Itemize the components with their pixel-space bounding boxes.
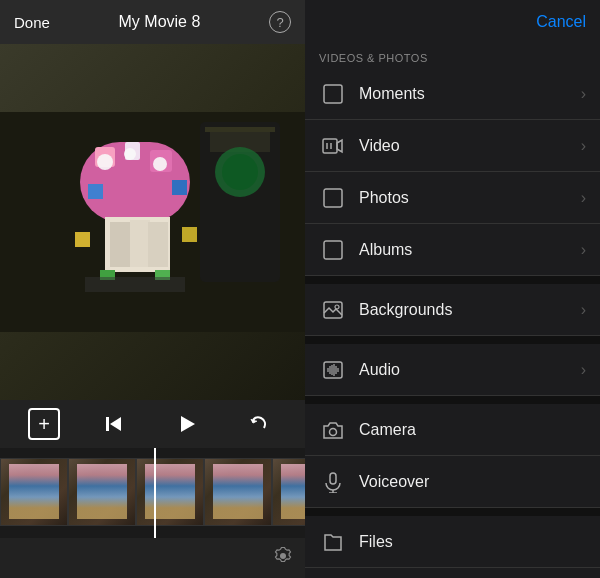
svg-rect-16 — [148, 222, 168, 267]
svg-rect-23 — [85, 277, 185, 292]
svg-point-34 — [335, 305, 339, 309]
svg-rect-31 — [324, 189, 342, 207]
film-frame-3 — [136, 458, 204, 526]
undo-button[interactable] — [241, 406, 277, 442]
photos-label: Photos — [359, 189, 581, 207]
svg-rect-22 — [182, 227, 197, 242]
svg-rect-21 — [75, 232, 90, 247]
video-chevron: › — [581, 137, 586, 155]
film-frame-5 — [272, 458, 305, 526]
voiceover-icon — [319, 468, 347, 496]
svg-rect-18 — [172, 180, 187, 195]
film-frame-2 — [68, 458, 136, 526]
bottom-bar — [0, 538, 305, 578]
albums-chevron: › — [581, 241, 586, 259]
backgrounds-chevron: › — [581, 301, 586, 319]
menu-item-audio[interactable]: Audio › — [305, 344, 600, 396]
moments-chevron: › — [581, 85, 586, 103]
divider-4 — [305, 508, 600, 516]
svg-rect-37 — [330, 473, 336, 484]
svg-marker-25 — [110, 417, 121, 431]
svg-rect-27 — [324, 85, 342, 103]
svg-point-10 — [97, 154, 113, 170]
menu-item-moments[interactable]: Moments › — [305, 68, 600, 120]
video-label: Video — [359, 137, 581, 155]
svg-rect-14 — [110, 222, 130, 267]
menu-item-photos[interactable]: Photos › — [305, 172, 600, 224]
divider-2 — [305, 336, 600, 344]
menu-item-backgrounds[interactable]: Backgrounds › — [305, 284, 600, 336]
svg-point-5 — [222, 154, 258, 190]
svg-rect-3 — [205, 127, 275, 132]
menu-item-files[interactable]: Files › — [305, 516, 600, 568]
film-frame-4 — [204, 458, 272, 526]
section-label-videos-photos: VIDEOS & PHOTOS — [305, 44, 600, 68]
svg-point-12 — [153, 157, 167, 171]
done-button[interactable]: Done — [14, 14, 50, 31]
moments-label: Moments — [359, 85, 581, 103]
audio-label: Audio — [359, 361, 581, 379]
svg-marker-26 — [181, 416, 195, 432]
menu-item-albums[interactable]: Albums › — [305, 224, 600, 276]
photos-chevron: › — [581, 189, 586, 207]
albums-icon — [319, 236, 347, 264]
timeline-area[interactable] — [0, 448, 305, 538]
preview-area — [0, 44, 305, 400]
divider-1 — [305, 276, 600, 284]
svg-point-36 — [330, 428, 337, 435]
camera-icon — [319, 416, 347, 444]
cancel-button[interactable]: Cancel — [536, 13, 586, 31]
camera-label: Camera — [359, 421, 581, 439]
svg-rect-35 — [324, 362, 342, 378]
left-panel: Done My Movie 8 ? — [0, 0, 305, 578]
help-button[interactable]: ? — [269, 11, 291, 33]
skip-back-button[interactable] — [96, 406, 132, 442]
right-header: Cancel — [305, 0, 600, 44]
play-button[interactable] — [169, 406, 205, 442]
timeline-track — [0, 458, 305, 528]
files-label: Files — [359, 533, 581, 551]
audio-icon — [319, 356, 347, 384]
gear-icon[interactable] — [273, 546, 293, 571]
svg-rect-28 — [323, 139, 337, 153]
svg-rect-17 — [88, 184, 103, 199]
svg-rect-15 — [130, 220, 150, 267]
preview-image — [0, 44, 305, 400]
preview-artwork — [0, 44, 305, 400]
backgrounds-icon — [319, 296, 347, 324]
backgrounds-label: Backgrounds — [359, 301, 581, 319]
film-frame-1 — [0, 458, 68, 526]
right-panel: Cancel VIDEOS & PHOTOS Moments › — [305, 0, 600, 578]
albums-label: Albums — [359, 241, 581, 259]
files-icon — [319, 528, 347, 556]
svg-rect-32 — [324, 241, 342, 259]
playhead — [154, 448, 156, 538]
menu-list: VIDEOS & PHOTOS Moments › Video — [305, 44, 600, 578]
controls-bar: + — [0, 400, 305, 448]
add-button[interactable]: + — [28, 408, 60, 440]
movie-title: My Movie 8 — [119, 13, 201, 31]
top-bar: Done My Movie 8 ? — [0, 0, 305, 44]
menu-item-camera[interactable]: Camera › — [305, 404, 600, 456]
voiceover-label: Voiceover — [359, 473, 581, 491]
moments-icon — [319, 80, 347, 108]
divider-3 — [305, 396, 600, 404]
photos-icon — [319, 184, 347, 212]
menu-item-voiceover[interactable]: Voiceover › — [305, 456, 600, 508]
svg-point-11 — [124, 148, 136, 160]
video-icon — [319, 132, 347, 160]
audio-chevron: › — [581, 361, 586, 379]
menu-item-video[interactable]: Video › — [305, 120, 600, 172]
svg-rect-24 — [106, 417, 109, 431]
